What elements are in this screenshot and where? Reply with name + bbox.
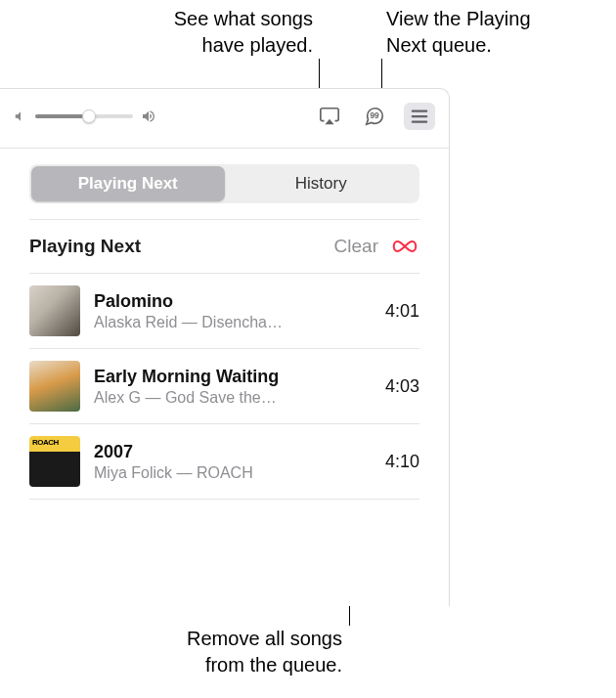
volume-slider[interactable] [35,114,133,118]
section-header: Playing Next Clear [0,220,449,267]
album-art [29,436,80,487]
track-row[interactable]: Palomino Alaska Reid — Disencha… 4:01 [29,274,419,349]
svg-marker-0 [325,119,333,125]
playing-next-panel: 99 Playing Next History Playing Next Cle… [0,88,450,606]
airplay-icon[interactable] [314,103,345,130]
track-duration: 4:10 [377,452,419,472]
annotation-queue-icon: View the Playing Next queue. [386,6,606,59]
track-meta: Palomino Alaska Reid — Disencha… [94,291,364,331]
svg-rect-3 [412,115,428,117]
volume-high-icon [141,109,156,124]
svg-rect-2 [412,110,428,112]
track-subtitle: Miya Folick — ROACH [94,464,364,482]
queue-list: Palomino Alaska Reid — Disencha… 4:01 Ea… [29,273,419,500]
infinity-icon[interactable] [390,236,419,257]
volume-control[interactable] [14,109,156,124]
lyrics-icon[interactable]: 99 [359,103,390,130]
track-title: Palomino [94,291,364,312]
annotation-history: See what songs have played. [108,6,313,59]
tab-history[interactable]: History [225,166,418,201]
track-row[interactable]: 2007 Miya Folick — ROACH 4:10 [29,424,419,500]
volume-low-icon [14,109,27,123]
track-title: Early Morning Waiting [94,367,364,387]
album-art [29,285,80,336]
track-meta: Early Morning Waiting Alex G — God Save … [94,367,364,407]
track-title: 2007 [94,442,364,462]
track-meta: 2007 Miya Folick — ROACH [94,442,364,482]
svg-rect-4 [412,121,428,123]
track-subtitle: Alex G — God Save the… [94,389,364,407]
annotation-clear: Remove all songs from the queue. [117,626,342,678]
section-title: Playing Next [29,236,141,257]
divider [0,148,449,149]
queue-icon[interactable] [404,103,435,130]
track-row[interactable]: Early Morning Waiting Alex G — God Save … [29,349,419,424]
svg-text:99: 99 [370,111,379,120]
track-duration: 4:01 [377,301,419,322]
track-subtitle: Alaska Reid — Disencha… [94,314,364,331]
clear-button[interactable]: Clear [334,236,378,257]
track-duration: 4:03 [377,376,419,397]
album-art [29,361,80,412]
tab-playing-next[interactable]: Playing Next [31,166,225,201]
queue-tabs: Playing Next History [29,164,419,203]
top-controls: 99 [0,89,449,148]
